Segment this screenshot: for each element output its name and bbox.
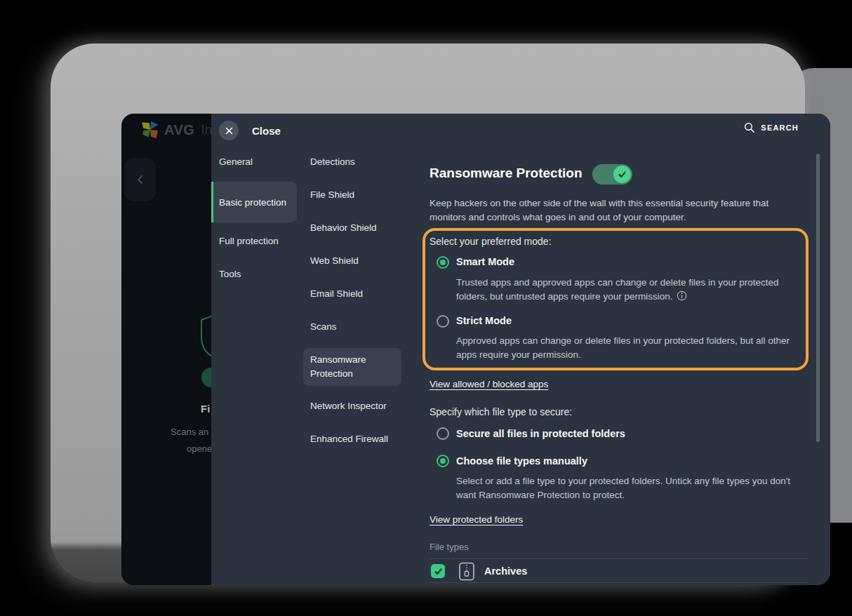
bg-card-title: Fi	[201, 403, 210, 415]
divider	[430, 582, 808, 583]
strict-mode-title[interactable]: Strict Mode	[456, 315, 512, 326]
nav-item-detections[interactable]: Detections	[310, 156, 355, 167]
search-label[interactable]: SEARCH	[761, 123, 799, 132]
radio-smart-mode[interactable]	[437, 256, 449, 269]
file-type-section-label: Specify which file type to secure:	[430, 406, 572, 417]
info-icon[interactable]	[677, 290, 687, 305]
status-dot	[201, 368, 211, 387]
page-title: Ransomware Protection	[430, 166, 583, 181]
scrollbar-thumb[interactable]	[816, 154, 820, 442]
file-type-name: Archives	[484, 565, 527, 577]
nav-item-full-protection[interactable]: Full protection	[219, 236, 279, 246]
close-label[interactable]: Close	[252, 125, 281, 137]
close-button[interactable]: Close	[219, 121, 281, 140]
avg-app-window: AVG Inte Fi Scans an opene	[121, 114, 830, 585]
app-brand: AVG Inte	[141, 121, 211, 139]
nav-item-scans[interactable]: Scans	[310, 321, 337, 332]
shield-icon	[199, 314, 211, 363]
secure-all-files-title[interactable]: Secure all files in protected folders	[456, 428, 625, 439]
choose-file-types-title[interactable]: Choose file types manually	[456, 455, 587, 467]
window-title-fragment: Inte	[201, 122, 211, 138]
divider	[430, 558, 808, 559]
smart-mode-description: Trusted apps and approved apps can chang…	[456, 276, 797, 305]
feature-description: Keep hackers on the other side of the wa…	[430, 196, 789, 225]
nav-item-file-shield[interactable]: File Shield	[310, 189, 354, 200]
radio-secure-all-files[interactable]	[437, 427, 449, 440]
checkmark-icon	[434, 567, 443, 576]
highlighted-mode-section: Select your preferred mode: Smart Mode T…	[422, 228, 808, 370]
nav-item-behavior-shield[interactable]: Behavior Shield	[310, 222, 377, 233]
settings-overlay: Close SEARCH General Basic protection Fu…	[211, 114, 830, 585]
nav-item-basic-protection[interactable]: Basic protection	[211, 182, 297, 222]
brand-text: AVG	[164, 122, 194, 138]
nav-item-network-inspector[interactable]: Network Inspector	[310, 401, 387, 411]
zip-archive-icon	[458, 562, 475, 584]
nav-item-tools[interactable]: Tools	[219, 269, 241, 279]
close-icon[interactable]	[219, 121, 239, 140]
nav-item-email-shield[interactable]: Email Shield	[310, 288, 363, 299]
radio-choose-file-types[interactable]	[437, 455, 449, 467]
radio-strict-mode[interactable]	[437, 315, 449, 328]
nav-item-general[interactable]: General	[219, 156, 253, 167]
view-protected-folders-link[interactable]: View protected folders	[430, 514, 523, 525]
bg-card-text: opene	[187, 443, 211, 454]
choose-file-types-description: Select or add a file type to your protec…	[456, 474, 806, 502]
device-frame: AVG Inte Fi Scans an opene	[51, 43, 805, 582]
archives-checkbox[interactable]	[431, 564, 445, 578]
mode-section-label: Select your preferred mode:	[430, 236, 552, 247]
nav-item-web-shield[interactable]: Web Shield	[310, 255, 359, 266]
nav-item-ransomware-protection[interactable]: Ransomware Protection	[303, 348, 401, 386]
nav-item-enhanced-firewall[interactable]: Enhanced Firewall	[310, 434, 388, 444]
search-icon	[744, 122, 755, 133]
smart-mode-title[interactable]: Smart Mode	[456, 256, 514, 267]
selected-indicator-bar	[211, 182, 213, 222]
avg-logo-icon	[141, 121, 159, 139]
search-button[interactable]: SEARCH	[744, 122, 799, 133]
view-allowed-blocked-link[interactable]: View allowed / blocked apps	[430, 379, 548, 389]
toggle-knob	[613, 166, 631, 183]
ransomware-protection-toggle[interactable]	[592, 164, 632, 185]
checkmark-icon	[618, 170, 627, 179]
background-app-strip: AVG Inte Fi Scans an opene	[121, 114, 211, 585]
illustration-canvas: AVG Inte Fi Scans an opene	[0, 0, 852, 616]
bg-card-text: Scans an	[171, 427, 208, 437]
strict-mode-description: Approved apps can change or delete files…	[456, 334, 807, 362]
file-types-header: File types	[430, 542, 469, 552]
chevron-left-icon	[135, 175, 145, 185]
back-button[interactable]	[124, 158, 156, 201]
